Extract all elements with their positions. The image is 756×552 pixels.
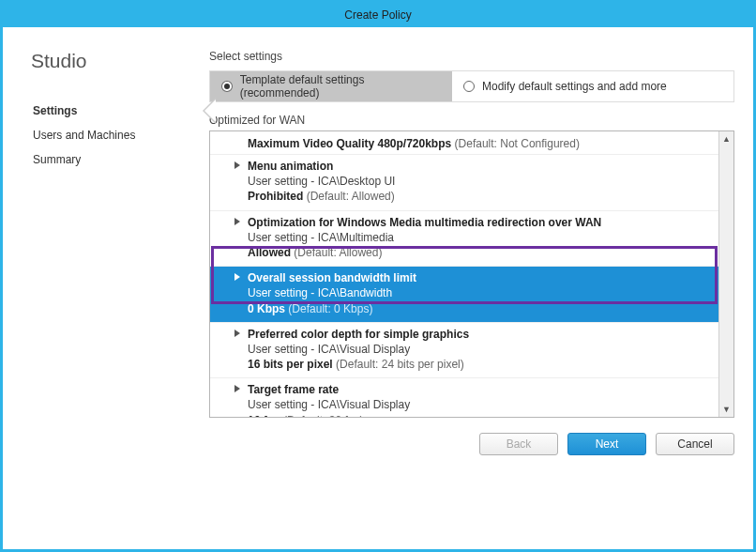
setting-value: 16 bits per pixel [248, 358, 333, 371]
active-step-pointer-icon [203, 98, 216, 124]
brand-title: Studio [31, 50, 200, 72]
setting-path: User setting - ICA\Bandwidth [248, 285, 713, 300]
setting-value: 0 Kbps [248, 302, 285, 315]
radio-icon [463, 81, 475, 92]
option-label: Template default settings (recommended) [240, 73, 441, 100]
setting-title: Preferred color depth for simple graphic… [248, 327, 713, 342]
wizard-steps: Settings Users and Machines Summary [29, 99, 200, 172]
scroll-down-icon[interactable]: ▼ [719, 402, 733, 417]
dialog-body: Studio Settings Users and Machines Summa… [3, 27, 753, 549]
setting-default: (Default: Allowed) [294, 246, 382, 259]
setting-path: User setting - ICA\Multimedia [248, 230, 713, 245]
scroll-up-icon[interactable]: ▲ [719, 131, 733, 146]
setting-row-selected[interactable]: Overall session bandwidth limit User set… [210, 266, 718, 322]
setting-title: Overall session bandwidth limit [248, 270, 713, 285]
setting-title: Maximum Video Quality 480p/720kbps [248, 137, 451, 150]
cancel-button[interactable]: Cancel [656, 433, 734, 455]
setting-title: Menu animation [248, 159, 713, 174]
settings-mode-options: Template default settings (recommended) … [209, 70, 734, 102]
setting-path: User setting - ICA\Desktop UI [248, 174, 713, 189]
setting-path: User setting - ICA\Visual Display [248, 342, 713, 357]
expand-icon [234, 218, 240, 225]
main-panel: Select settings Template default setting… [209, 50, 734, 536]
setting-row[interactable]: Maximum Video Quality 480p/720kbps (Defa… [210, 131, 718, 154]
setting-value: 16 fps [248, 414, 280, 417]
select-settings-label: Select settings [209, 50, 734, 63]
setting-default: (Default: 30 fps) [283, 414, 363, 417]
expand-icon [234, 385, 240, 392]
setting-default: (Default: Not Configured) [455, 137, 580, 150]
option-template-defaults[interactable]: Template default settings (recommended) [210, 71, 452, 101]
setting-title: Optimization for Windows Media multimedi… [248, 215, 713, 230]
setting-row[interactable]: Preferred color depth for simple graphic… [210, 322, 718, 378]
option-modify-defaults[interactable]: Modify default settings and add more [452, 71, 733, 101]
step-summary[interactable]: Summary [29, 147, 200, 172]
scrollbar[interactable]: ▲ ▼ [718, 131, 733, 417]
expand-icon [234, 161, 240, 169]
setting-value: Allowed [248, 246, 291, 259]
setting-path: User setting - ICA\Visual Display [248, 397, 713, 412]
window-title: Create Policy [344, 8, 411, 22]
expand-icon [234, 273, 240, 281]
setting-row[interactable]: Menu animation User setting - ICA\Deskto… [210, 154, 718, 210]
step-settings[interactable]: Settings [29, 99, 200, 123]
setting-row[interactable]: Target frame rate User setting - ICA\Vis… [210, 377, 718, 417]
setting-row[interactable]: Optimization for Windows Media multimedi… [210, 210, 718, 267]
expand-icon [234, 330, 240, 337]
setting-value: Prohibited [248, 190, 303, 203]
step-label: Settings [33, 104, 77, 117]
setting-title: Target frame rate [248, 382, 713, 397]
next-button[interactable]: Next [567, 433, 646, 455]
settings-list: Maximum Video Quality 480p/720kbps (Defa… [210, 131, 718, 417]
settings-list-container: Maximum Video Quality 480p/720kbps (Defa… [209, 130, 734, 418]
template-name-label: Optimized for WAN [209, 114, 734, 127]
step-label: Summary [33, 153, 81, 166]
create-policy-window: Create Policy Studio Settings Users and … [0, 0, 756, 552]
radio-icon [221, 81, 233, 92]
step-label: Users and Machines [33, 129, 135, 142]
option-label: Modify default settings and add more [482, 80, 667, 93]
back-button: Back [479, 433, 558, 455]
titlebar: Create Policy [3, 3, 753, 27]
setting-default: (Default: Allowed) [307, 190, 395, 203]
wizard-footer: Back Next Cancel [209, 418, 734, 455]
setting-default: (Default: 24 bits per pixel) [336, 358, 464, 371]
step-users-machines[interactable]: Users and Machines [29, 123, 200, 147]
setting-default: (Default: 0 Kbps) [288, 302, 372, 315]
sidebar: Studio Settings Users and Machines Summa… [22, 50, 209, 536]
